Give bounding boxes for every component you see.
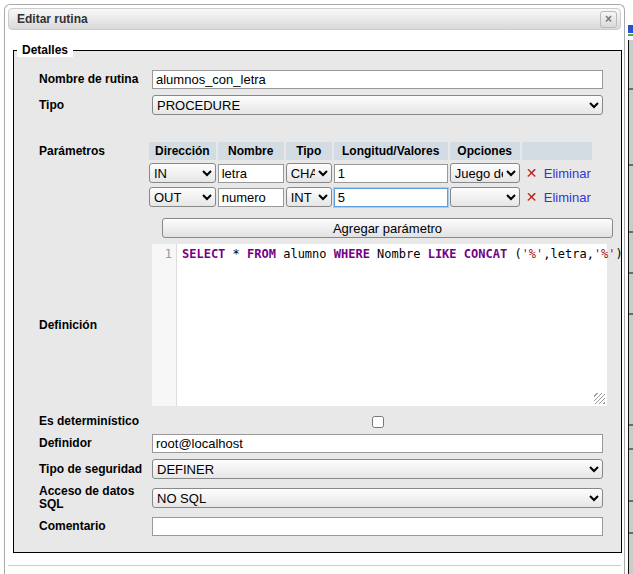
background-table-edge xyxy=(628,40,633,574)
background-row-divider xyxy=(629,231,633,233)
parameters-header-row: Dirección Nombre Tipo Longitud/Valores O… xyxy=(149,142,592,160)
definer-input[interactable] xyxy=(152,434,603,453)
sql-code-line[interactable]: SELECT * FROM alumno WHERE Nombre LIKE C… xyxy=(177,244,623,406)
is-deterministic-label: Es determinístico xyxy=(24,415,152,428)
routine-type-select[interactable]: PROCEDURE xyxy=(152,95,603,115)
edit-routine-dialog: Editar rutina × Detalles Nombre de rutin… xyxy=(4,4,625,574)
background-page-sliver xyxy=(626,0,633,574)
dialog-titlebar[interactable]: Editar rutina × xyxy=(8,8,621,30)
sql-data-access-select[interactable]: NO SQL xyxy=(152,488,603,508)
routine-type-label: Tipo xyxy=(24,99,152,112)
background-row-divider xyxy=(629,448,633,450)
comment-input[interactable] xyxy=(152,517,603,536)
header-options: Opciones xyxy=(450,142,520,160)
line-number: 1 xyxy=(165,247,172,261)
details-fieldset: Detalles Nombre de rutina Tipo PROCEDURE… xyxy=(13,43,622,553)
dialog-buttonpane: Continuar Cerrar xyxy=(8,565,621,574)
definer-label: Definidor xyxy=(24,437,152,450)
resize-grip-icon[interactable] xyxy=(594,393,605,404)
param-type-select[interactable]: CHAI xyxy=(286,163,332,183)
background-row-divider xyxy=(629,272,633,274)
line-number-gutter: 1 xyxy=(152,244,177,406)
sql-data-access-label: Acceso de datos SQL xyxy=(24,485,152,511)
header-type: Tipo xyxy=(286,142,332,160)
param-options-select[interactable] xyxy=(450,187,520,207)
parameter-row: IN CHAI Juego de xyxy=(149,162,592,184)
routine-name-input[interactable] xyxy=(152,70,603,89)
definition-label: Definición xyxy=(24,319,152,332)
header-length: Longitud/Valores xyxy=(334,142,448,160)
param-options-select[interactable]: Juego de xyxy=(450,163,520,183)
add-parameter-button[interactable]: Agregar parámetro xyxy=(162,218,613,238)
routine-name-label: Nombre de rutina xyxy=(24,73,152,86)
parameter-row: OUT INT xyxy=(149,186,592,208)
delete-param-x-icon[interactable]: ✕ xyxy=(526,189,538,205)
details-legend: Detalles xyxy=(17,43,73,57)
definition-code-editor[interactable]: 1 SELECT * FROM alumno WHERE Nombre LIKE… xyxy=(152,244,607,406)
header-direction: Dirección xyxy=(149,142,216,160)
background-green-line xyxy=(628,34,633,36)
param-name-input[interactable] xyxy=(218,188,284,207)
param-length-input[interactable] xyxy=(334,164,448,183)
background-row-divider xyxy=(629,313,633,315)
background-blue-icon xyxy=(628,25,633,33)
dialog-title: Editar rutina xyxy=(17,12,88,26)
background-row-divider xyxy=(629,532,633,534)
is-deterministic-checkbox[interactable] xyxy=(372,416,384,428)
param-length-input[interactable] xyxy=(334,188,448,207)
delete-param-link[interactable]: Eliminar xyxy=(544,190,591,205)
comment-label: Comentario xyxy=(24,520,152,533)
background-row-divider xyxy=(629,88,633,90)
param-name-input[interactable] xyxy=(218,164,284,183)
background-row-divider xyxy=(629,164,633,166)
header-name: Nombre xyxy=(218,142,284,160)
background-row-divider xyxy=(629,424,633,426)
parameters-table: Dirección Nombre Tipo Longitud/Valores O… xyxy=(147,140,594,210)
delete-param-x-icon[interactable]: ✕ xyxy=(526,165,538,181)
background-row-divider xyxy=(629,500,633,502)
param-direction-select[interactable]: OUT xyxy=(149,187,216,207)
security-type-select[interactable]: DEFINER xyxy=(152,459,603,479)
param-direction-select[interactable]: IN xyxy=(149,163,216,183)
param-type-select[interactable]: INT xyxy=(286,187,332,207)
close-icon[interactable]: × xyxy=(600,11,617,28)
delete-param-link[interactable]: Eliminar xyxy=(544,166,591,181)
parameters-label: Parámetros xyxy=(24,121,152,158)
security-type-label: Tipo de seguridad xyxy=(24,463,152,476)
